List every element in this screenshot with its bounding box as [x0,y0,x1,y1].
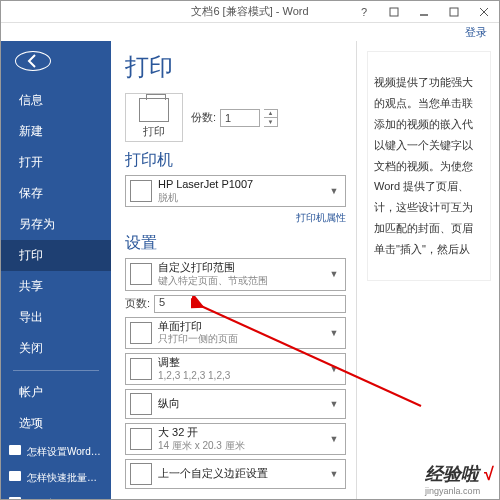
printer-name: HP LaserJet P1007 [158,178,327,192]
recent-doc[interactable]: PPT中SmartArt图形... [1,491,111,499]
print-preview: 视频提供了功能强大 的观点。当您单击联 添加的视频的嵌入代 以键入一个关键字以 … [356,41,499,499]
pages-label: 页数: [125,296,150,311]
chevron-down-icon: ▼ [327,469,341,479]
help-icon[interactable]: ? [349,1,379,23]
login-link[interactable]: 登录 [465,25,487,40]
print-button[interactable]: 打印 [125,93,183,142]
back-button[interactable] [15,51,51,71]
paper-size-select[interactable]: 大 32 开 14 厘米 x 20.3 厘米 ▼ [125,423,346,455]
close-icon[interactable] [469,1,499,23]
window-options-icon[interactable] [379,1,409,23]
printer-heading: 打印机 [125,150,346,171]
preview-line: 加匹配的封面、页眉 [374,218,484,239]
chevron-down-icon: ▼ [327,186,341,196]
minimize-icon[interactable] [409,1,439,23]
margins-select[interactable]: 上一个自定义边距设置 ▼ [125,459,346,489]
page-icon [130,263,152,285]
collate-select[interactable]: 调整 1,2,3 1,2,3 1,2,3 ▼ [125,353,346,385]
print-panel: 打印 打印 份数: 1 ▲▼ 打印机 HP Las [111,41,356,499]
preview-line: 的观点。当您单击联 [374,93,484,114]
window-title: 文档6 [兼容模式] - Word [191,4,308,19]
chevron-down-icon: ▼ [327,269,341,279]
printer-icon [130,180,152,202]
print-range-select[interactable]: 自定义打印范围 键入特定页面、节或范围 ▼ [125,258,346,290]
sidebar-item-new[interactable]: 新建 [1,116,111,147]
sidebar-item-print[interactable]: 打印 [1,240,111,271]
chevron-down-icon: ▼ [327,399,341,409]
watermark: 经验啦 √ jingyanla.com [425,462,494,496]
orientation-icon [130,393,152,415]
preview-line: Word 提供了页眉、 [374,176,484,197]
paper-icon [130,428,152,450]
svg-rect-2 [450,8,458,16]
preview-line: 视频提供了功能强大 [374,72,484,93]
printer-icon [139,98,169,122]
page-icon [130,322,152,344]
sidebar-item-save[interactable]: 保存 [1,178,111,209]
pages-input[interactable]: 5 [154,295,346,313]
sidebar-item-open[interactable]: 打开 [1,147,111,178]
sidebar-item-info[interactable]: 信息 [1,85,111,116]
printer-properties-link[interactable]: 打印机属性 [125,211,346,225]
chevron-down-icon: ▼ [327,328,341,338]
sidebar-item-options[interactable]: 选项 [1,408,111,439]
preview-line: 添加的视频的嵌入代 [374,114,484,135]
margins-icon [130,463,152,485]
backstage-sidebar: 信息 新建 打开 保存 另存为 打印 共享 导出 关闭 帐户 选项 怎样设置Wo… [1,41,111,499]
settings-heading: 设置 [125,233,346,254]
printer-status: 脱机 [158,192,327,205]
svg-rect-0 [390,8,398,16]
preview-line: 文档的视频。为使您 [374,156,484,177]
sidebar-item-account[interactable]: 帐户 [1,377,111,408]
recent-doc[interactable]: 怎样设置Word文档... [1,439,111,465]
title-bar: 文档6 [兼容模式] - Word ? [1,1,499,23]
copies-input[interactable]: 1 [220,109,260,127]
preview-line: 计，这些设计可互为 [374,197,484,218]
chevron-down-icon: ▼ [327,434,341,444]
one-sided-select[interactable]: 单面打印 只打印一侧的页面 ▼ [125,317,346,349]
print-button-label: 打印 [126,124,182,139]
sidebar-item-saveas[interactable]: 另存为 [1,209,111,240]
orientation-select[interactable]: 纵向 ▼ [125,389,346,419]
sidebar-item-close[interactable]: 关闭 [1,333,111,364]
recent-doc[interactable]: 怎样快速批量删除PP... [1,465,111,491]
page-title: 打印 [125,51,346,83]
copies-stepper[interactable]: ▲▼ [264,109,278,127]
preview-line: 以键入一个关键字以 [374,135,484,156]
printer-select[interactable]: HP LaserJet P1007 脱机 ▼ [125,175,346,207]
sidebar-item-share[interactable]: 共享 [1,271,111,302]
chevron-down-icon: ▼ [327,364,341,374]
sidebar-item-export[interactable]: 导出 [1,302,111,333]
collate-icon [130,358,152,380]
maximize-icon[interactable] [439,1,469,23]
copies-label: 份数: [191,110,216,125]
preview-line: 单击"插入"，然后从 [374,239,484,260]
